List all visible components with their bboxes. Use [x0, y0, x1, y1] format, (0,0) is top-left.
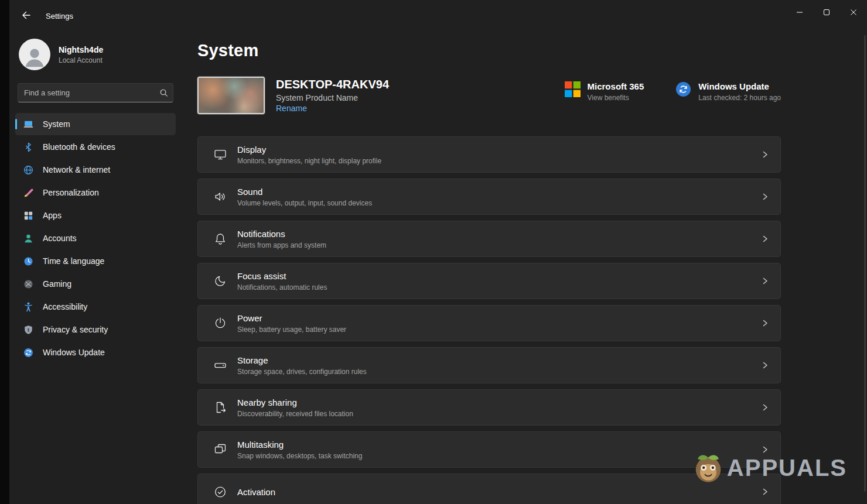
sidebar-item-system[interactable]: System — [15, 113, 176, 135]
row-text: Activation — [237, 487, 275, 497]
speaker-icon — [213, 190, 227, 204]
row-subtitle: Snap windows, desktops, task switching — [237, 452, 362, 460]
settings-window: Settings Nightsh4de Local Account — [0, 0, 867, 504]
windows-update-card[interactable]: Windows Update Last checked: 2 hours ago — [675, 81, 781, 102]
status-card-subtitle[interactable]: View benefits — [588, 94, 644, 102]
user-info: Nightsh4de Local Account — [59, 45, 103, 64]
settings-row-focus-assist[interactable]: Focus assist Notifications, automatic ru… — [197, 263, 781, 299]
row-title: Sound — [237, 187, 372, 197]
rename-link[interactable]: Rename — [276, 104, 389, 113]
sidebar-item-label: System — [43, 119, 70, 129]
row-text: Focus assist Notifications, automatic ru… — [237, 271, 327, 292]
bell-icon — [213, 232, 227, 246]
row-text: Multitasking Snap windows, desktops, tas… — [237, 440, 362, 460]
account-type: Local Account — [59, 56, 103, 64]
status-card-subtitle: Last checked: 2 hours ago — [698, 94, 781, 102]
search-icon — [154, 88, 173, 97]
microsoft-365-card[interactable]: Microsoft 365 View benefits — [565, 81, 644, 102]
sidebar-item-label: Network & internet — [43, 165, 110, 174]
sidebar-item-accessibility[interactable]: Accessibility — [15, 296, 176, 318]
settings-row-sound[interactable]: Sound Volume levels, output, input, soun… — [197, 179, 781, 215]
bluetooth-icon — [23, 142, 34, 153]
close-button[interactable] — [840, 0, 867, 26]
row-text: Display Monitors, brightness, night ligh… — [237, 145, 381, 165]
power-icon — [213, 316, 227, 330]
chevron-right-icon — [760, 318, 770, 328]
sidebar-item-bluetooth-devices[interactable]: Bluetooth & devices — [15, 136, 176, 158]
shield-icon — [23, 324, 34, 335]
chevron-right-icon — [760, 150, 770, 159]
sidebar-item-privacy-security[interactable]: Privacy & security — [15, 318, 176, 341]
microsoft-logo-icon — [565, 81, 581, 97]
device-thumbnail — [197, 77, 265, 114]
accounts-person-icon — [23, 233, 34, 244]
avatar-person-icon — [19, 39, 50, 70]
activation-check-icon — [213, 485, 227, 499]
window-controls — [786, 0, 867, 26]
accessibility-person-icon — [23, 301, 34, 313]
settings-row-power[interactable]: Power Sleep, battery usage, battery save… — [197, 305, 781, 341]
sidebar-item-windows-update[interactable]: Windows Update — [15, 341, 176, 364]
back-arrow-icon — [21, 10, 32, 22]
status-cards: Microsoft 365 View benefits Windows Upda… — [565, 81, 781, 114]
device-model: System Product Name — [276, 93, 389, 102]
sidebar-item-label: Personalization — [43, 188, 99, 197]
search-input[interactable] — [18, 88, 154, 97]
row-title: Power — [237, 313, 346, 323]
sidebar-item-accounts[interactable]: Accounts — [15, 227, 176, 249]
sidebar: Nightsh4de Local Account System — [9, 32, 183, 504]
maximize-button[interactable] — [813, 0, 840, 26]
chevron-right-icon — [760, 403, 770, 412]
chevron-right-icon — [760, 192, 770, 201]
row-subtitle: Storage space, drives, configuration rul… — [237, 368, 367, 376]
watermark: APPUALS — [692, 451, 847, 484]
back-button[interactable] — [16, 7, 36, 25]
titlebar[interactable]: Settings — [9, 0, 867, 32]
selection-accent — [15, 119, 17, 129]
device-info: DESKTOP-4RAKV94 System Product Name Rena… — [276, 77, 389, 114]
chevron-right-icon — [760, 234, 770, 244]
settings-row-storage[interactable]: Storage Storage space, drives, configura… — [197, 347, 781, 383]
drive-icon — [213, 358, 227, 372]
sidebar-item-gaming[interactable]: Gaming — [15, 273, 176, 295]
status-card-text: Microsoft 365 View benefits — [588, 81, 644, 102]
maximize-icon — [823, 9, 830, 18]
update-arrows-icon — [23, 347, 34, 358]
main-panel: System DESKTOP-4RAKV94 System Product Na… — [183, 32, 867, 504]
minimize-button[interactable] — [786, 0, 813, 26]
sidebar-item-apps[interactable]: Apps — [15, 204, 176, 227]
personalization-brush-icon — [23, 187, 34, 198]
row-subtitle: Volume levels, output, input, sound devi… — [237, 199, 372, 207]
minimize-icon — [796, 9, 803, 18]
sidebar-item-label: Accessibility — [43, 302, 87, 311]
network-globe-icon — [23, 164, 34, 176]
scrollbar[interactable] — [864, 35, 866, 492]
sidebar-item-time-language[interactable]: Time & language — [15, 250, 176, 272]
sidebar-item-network-internet[interactable]: Network & internet — [15, 159, 176, 181]
share-document-icon — [213, 400, 227, 414]
sidebar-item-label: Windows Update — [43, 348, 105, 357]
row-text: Sound Volume levels, output, input, soun… — [237, 187, 372, 207]
windows-update-icon — [675, 81, 691, 97]
search-box[interactable] — [18, 83, 173, 102]
settings-row-notifications[interactable]: Notifications Alerts from apps and syste… — [197, 221, 781, 257]
row-text: Power Sleep, battery usage, battery save… — [237, 313, 346, 334]
row-title: Notifications — [237, 229, 326, 239]
multitask-windows-icon — [213, 443, 227, 457]
row-subtitle: Notifications, automatic rules — [237, 283, 327, 292]
settings-row-nearby-sharing[interactable]: Nearby sharing Discoverability, received… — [197, 389, 781, 426]
row-title: Focus assist — [237, 271, 327, 281]
watermark-text: APPUALS — [727, 455, 847, 481]
chevron-right-icon — [760, 276, 770, 286]
sidebar-item-label: Accounts — [43, 234, 77, 243]
row-subtitle: Discoverability, received files location — [237, 410, 353, 418]
status-card-title: Windows Update — [698, 81, 781, 91]
sidebar-item-label: Apps — [43, 211, 62, 220]
user-profile[interactable]: Nightsh4de Local Account — [15, 34, 176, 78]
settings-row-display[interactable]: Display Monitors, brightness, night ligh… — [197, 136, 781, 173]
close-icon — [850, 9, 857, 18]
device-header: DESKTOP-4RAKV94 System Product Name Rena… — [197, 77, 781, 114]
row-title: Activation — [237, 487, 275, 497]
row-text: Storage Storage space, drives, configura… — [237, 355, 367, 376]
sidebar-item-personalization[interactable]: Personalization — [15, 181, 176, 204]
